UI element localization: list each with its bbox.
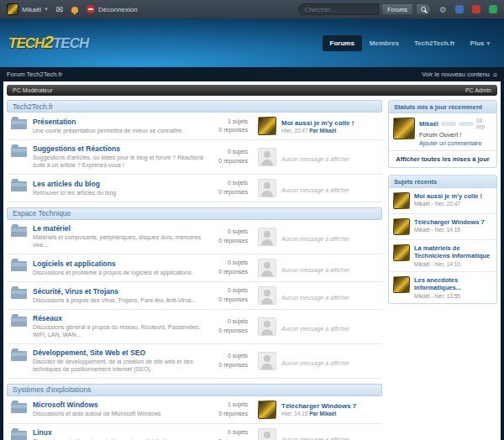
- forum-description: Discussions à propos des Virus, Trojans,…: [33, 296, 207, 304]
- social-dot-red[interactable]: [472, 5, 480, 13]
- empty-avatar: [258, 352, 276, 370]
- topics-count: 1 sujets: [211, 401, 248, 410]
- forum-title-link[interactable]: Linux: [33, 428, 207, 437]
- moderator-label[interactable]: PC Modérateur: [13, 87, 52, 93]
- search-icon: [421, 7, 426, 12]
- social-dot-blue[interactable]: [455, 5, 464, 13]
- last-poster-avatar[interactable]: [258, 401, 276, 419]
- tab-membres[interactable]: Membres: [362, 35, 407, 51]
- forum-row: Développement, Site Web et SEO Discutez …: [7, 344, 382, 379]
- avatar[interactable]: [393, 118, 415, 139]
- folder-icon: [11, 261, 27, 271]
- forum-row: Réseaux Discussions général à propos du …: [7, 310, 382, 344]
- all-updates-link[interactable]: Afficher toutes les mises à jour: [389, 150, 496, 167]
- search-scope-button[interactable]: Forums: [381, 3, 413, 15]
- tab-forums[interactable]: Forums: [323, 35, 362, 51]
- replies-count: 0 réponses: [211, 268, 248, 277]
- faded-action-link[interactable]: [459, 122, 474, 126]
- new-content-link[interactable]: Voir le nouveau contenu ≡: [422, 71, 497, 79]
- status-update-item: Mikaël 03 sep Forum Ouvert ! Ajouter un …: [389, 113, 496, 150]
- forum-stats: 0 sujets 0 réponses: [211, 352, 253, 369]
- search-input[interactable]: [298, 3, 379, 15]
- social-dot-green[interactable]: [489, 5, 497, 13]
- no-message: Aucun message à afficher: [281, 319, 381, 334]
- forum-description: Matériels et composants, périphériques, …: [33, 233, 207, 249]
- section-header: Espace Technique: [7, 207, 382, 220]
- topics-count: 0 sujets: [211, 286, 248, 296]
- forum-description: Discutez de développement, de la créatio…: [33, 358, 207, 374]
- topics-count: 0 sujets: [211, 317, 248, 327]
- admin-label[interactable]: PC Admin: [465, 87, 491, 93]
- sidebar: Statuts mis à jour récemment Mikaël 03 s…: [388, 100, 497, 440]
- forum-title-link[interactable]: Présentation: [33, 118, 207, 127]
- no-message: Aucun message à afficher: [281, 260, 381, 275]
- status-user-link[interactable]: Mikaël: [419, 120, 438, 128]
- last-poster-avatar[interactable]: [258, 117, 276, 135]
- forum-row: Logiciels et applications Discussions et…: [7, 254, 382, 282]
- topics-count: 0 sujets: [211, 259, 248, 268]
- forum-stats: 1 sujets 0 réponses: [211, 401, 253, 418]
- forum-title-link[interactable]: Suggestions et Réactions: [33, 144, 207, 154]
- user-menu[interactable]: Mikaël ▾: [7, 3, 48, 15]
- recent-topic-item[interactable]: La matériels de Techniciens Informatique…: [389, 240, 496, 272]
- tab-tech2tech[interactable]: Tech2Tech.fr: [407, 35, 463, 51]
- recent-topic-meta: Mikaël - hier, 14:15: [414, 227, 485, 233]
- last-post-title-link[interactable]: Moi aussi je m'y colle !: [281, 119, 381, 128]
- recent-topic-item[interactable]: Moi aussi je m'y colle ! Mikaël - hier, …: [389, 188, 496, 214]
- recent-topic-title[interactable]: Télécharger Windows 7: [414, 218, 485, 226]
- forum-title-link[interactable]: Logiciels et applications: [33, 259, 207, 269]
- recent-topic-item[interactable]: Les anecdotes informatiques... Mikaël - …: [389, 272, 496, 303]
- site-logo[interactable]: TECH2TECH: [8, 32, 88, 52]
- avatar: [393, 192, 410, 209]
- last-post-author-link[interactable]: Par Mikaël: [309, 128, 336, 134]
- messages-icon[interactable]: ✉: [56, 5, 63, 14]
- last-post: Moi aussi je m'y colle ! Hier, 22:47 Par…: [281, 119, 381, 134]
- tab-plus[interactable]: Plus ▾: [463, 35, 497, 51]
- notifications-icon[interactable]: [71, 7, 78, 13]
- forum-description: Une courte présentation permettra de mie…: [33, 127, 207, 134]
- recent-topic-title[interactable]: Moi aussi je m'y colle !: [414, 192, 482, 200]
- gear-icon[interactable]: ⚙: [439, 5, 447, 14]
- site-banner: TECH2TECH Forums Membres Tech2Tech.fr Pl…: [0, 18, 504, 67]
- folder-icon: [11, 431, 27, 440]
- logout-icon: [87, 5, 95, 13]
- recent-panel-title: Sujets récents: [389, 175, 496, 188]
- recent-topic-item[interactable]: Télécharger Windows 7 Mikaël - hier, 14:…: [389, 214, 496, 240]
- forum-stats: 0 sujets 0 réponses: [211, 286, 253, 304]
- breadcrumb[interactable]: Forum Tech2Tech.fr: [7, 71, 62, 78]
- last-post-title-link[interactable]: Télécharger Windows 7: [281, 402, 381, 411]
- replies-count: 0 réponses: [211, 361, 248, 370]
- status-panel-title: Statuts mis à jour récemment: [389, 101, 496, 113]
- forum-title-link[interactable]: Développement, Site Web et SEO: [33, 348, 207, 358]
- faded-action-link[interactable]: [441, 122, 456, 126]
- forum-stats: 1 sujets 0 réponses: [211, 118, 253, 135]
- forum-row: Le matériel Matériels et composants, pér…: [7, 220, 382, 254]
- content-wrapper: PC Modérateur PC Admin Tech2Tech.fr Prés…: [3, 81, 501, 440]
- forum-title-link[interactable]: Le matériel: [33, 224, 207, 233]
- status-text: Forum Ouvert !: [419, 131, 492, 139]
- last-post-author-link[interactable]: Par Mikaël: [309, 411, 336, 416]
- folder-icon: [11, 147, 27, 157]
- forum-stats: 0 sujets 0 réponses: [211, 428, 253, 440]
- forum-title-link[interactable]: Microsoft Windows: [33, 401, 207, 410]
- no-message: Aucun message à afficher: [281, 181, 381, 196]
- search-button[interactable]: [416, 3, 431, 15]
- replies-count: 0 réponses: [211, 157, 248, 166]
- empty-avatar: [258, 286, 276, 305]
- topics-count: 0 sujets: [211, 428, 248, 437]
- forum-title-link[interactable]: Sécurité, Virus et Trojans: [33, 287, 207, 296]
- forum-row: Microsoft Windows Discussions et aide au…: [7, 396, 382, 424]
- recent-topic-title[interactable]: La matériels de Techniciens Informatique: [414, 244, 492, 260]
- replies-count: 0 réponses: [211, 188, 248, 197]
- main-navigation: Forums Membres Tech2Tech.fr Plus ▾: [323, 35, 498, 51]
- recent-topic-title[interactable]: Les anecdotes informatiques...: [414, 276, 492, 292]
- forum-title-link[interactable]: Réseaux: [33, 314, 207, 323]
- forum-title-link[interactable]: Les articles du blog: [33, 180, 207, 189]
- logout-button[interactable]: Déconnexion: [87, 5, 138, 13]
- chevron-down-icon: ▾: [486, 40, 490, 47]
- avatar: [393, 276, 410, 293]
- add-comment-link[interactable]: Ajouter un commentaire: [419, 140, 492, 146]
- topics-count: 1 sujets: [211, 118, 248, 127]
- last-post: Télécharger Windows 7 Hier, 14:15 Par Mi…: [281, 402, 381, 416]
- forum-section: Tech2Tech.fr Présentation Une courte pré…: [7, 100, 382, 202]
